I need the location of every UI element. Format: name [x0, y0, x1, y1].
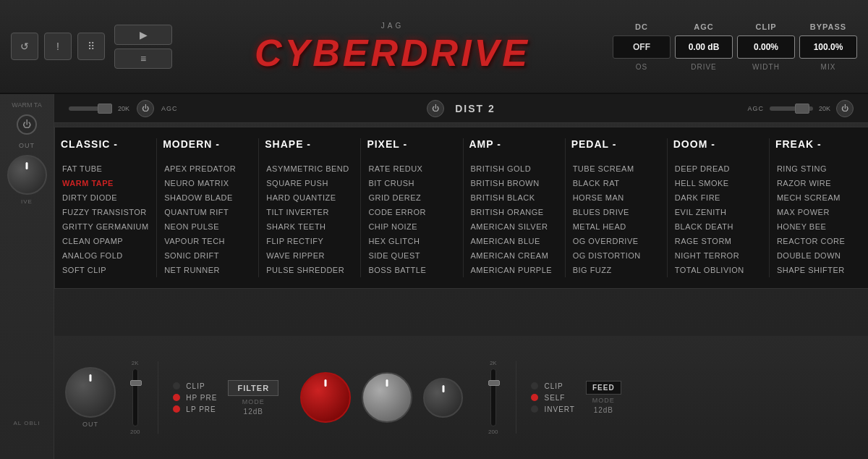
- dist2-power[interactable]: ⏻: [427, 100, 444, 117]
- dropdown-item[interactable]: RAGE STORM: [673, 234, 763, 248]
- logo-area: JAG CYBERDRIVE: [183, 18, 602, 75]
- dropdown-item[interactable]: BRITISH BROWN: [469, 176, 559, 190]
- dropdown-item[interactable]: BLACK DEATH: [673, 219, 763, 234]
- dropdown-item[interactable]: ASYMMETRIC BEND: [265, 161, 354, 176]
- dropdown-item[interactable]: SIDE QUEST: [367, 248, 456, 263]
- dropdown-item[interactable]: PULSE SHREDDER: [265, 263, 354, 277]
- feed-label[interactable]: FEED: [586, 381, 621, 395]
- dropdown-item[interactable]: BIG FUZZ: [571, 263, 661, 277]
- dropdown-item[interactable]: VAPOUR TECH: [163, 234, 252, 248]
- dropdown-item[interactable]: EVIL ZENITH: [673, 205, 763, 219]
- exclamation-button[interactable]: !: [44, 33, 72, 60]
- dropdown-item[interactable]: AMERICAN PURPLE: [469, 263, 559, 277]
- dropdown-item[interactable]: HORSE MAN: [571, 190, 661, 205]
- dropdown-item[interactable]: SQUARE PUSH: [265, 176, 354, 190]
- drive-value[interactable]: 0.00 dB: [675, 35, 733, 59]
- dropdown-item[interactable]: WARM TAPE: [61, 176, 150, 190]
- left-fader[interactable]: [132, 369, 138, 426]
- dropdown-item[interactable]: BIT CRUSH: [367, 176, 456, 190]
- dropdown-item[interactable]: SHADOW BLADE: [163, 190, 252, 205]
- dropdown-column-6: DOOM -DEEP DREADHELL SMOKEDARK FIREEVIL …: [668, 138, 770, 277]
- dropdown-item[interactable]: OG DISTORTION: [571, 248, 661, 263]
- dropdown-item[interactable]: NEURO MATRIX: [163, 176, 252, 190]
- menu-button[interactable]: ≡: [114, 49, 172, 69]
- dropdown-item[interactable]: BRITISH GOLD: [469, 161, 559, 176]
- dropdown-item[interactable]: GRITTY GERMANIUM: [61, 219, 150, 234]
- width-label: WIDTH: [737, 63, 795, 71]
- dropdown-item[interactable]: DARK FIRE: [673, 190, 763, 205]
- dropdown-item[interactable]: AMERICAN SILVER: [469, 219, 559, 234]
- dropdown-item[interactable]: AMERICAN BLUE: [469, 234, 559, 248]
- dropdown-item[interactable]: SONIC DRIFT: [163, 248, 252, 263]
- dropdown-item[interactable]: MAX POWER: [775, 205, 865, 219]
- dropdown-item[interactable]: AMERICAN CREAM: [469, 248, 559, 263]
- center-knob-white[interactable]: [362, 372, 412, 423]
- filter-button[interactable]: FILTER: [228, 380, 278, 396]
- synth-panel-left: WARM TA ⏻ OUT IVE AL OBLI: [0, 94, 54, 459]
- dropdown-item[interactable]: WAVE RIPPER: [265, 248, 354, 263]
- dropdown-item[interactable]: FLIP RECTIFY: [265, 234, 354, 248]
- dist2-title: DIST 2: [455, 103, 495, 114]
- dist-right-power[interactable]: ⏻: [836, 100, 854, 117]
- out-section: OUT: [65, 367, 116, 428]
- out-knob[interactable]: [65, 367, 116, 418]
- dropdown-item[interactable]: BLACK RAT: [571, 176, 661, 190]
- dropdown-item[interactable]: CODE ERROR: [367, 205, 456, 219]
- dropdown-item[interactable]: SHAPE SHIFTER: [775, 263, 865, 277]
- knob-left[interactable]: [7, 155, 47, 195]
- dropdown-item[interactable]: CLEAN OPAMP: [61, 234, 150, 248]
- dropdown-item[interactable]: NET RUNNER: [163, 263, 252, 277]
- dropdown-item[interactable]: SOFT CLIP: [61, 263, 150, 277]
- center-knob-red[interactable]: [300, 372, 351, 423]
- dropdown-item[interactable]: ANALOG FOLD: [61, 248, 150, 263]
- dropdown-item[interactable]: FAT TUBE: [61, 161, 150, 176]
- dropdown-item[interactable]: DOUBLE DOWN: [775, 248, 865, 263]
- right-fader[interactable]: [490, 369, 496, 426]
- dropdown-item[interactable]: BOSS BATTLE: [367, 263, 456, 277]
- dropdown-item[interactable]: HONEY BEE: [775, 219, 865, 234]
- dropdown-item[interactable]: QUANTUM RIFT: [163, 205, 252, 219]
- dropdown-item[interactable]: SHARK TEETH: [265, 219, 354, 234]
- dropdown-item[interactable]: TILT INVERTER: [265, 205, 354, 219]
- dropdown-item[interactable]: DEEP DREAD: [673, 161, 763, 176]
- dropdown-item[interactable]: BRITISH BLACK: [469, 190, 559, 205]
- dropdown-item[interactable]: NEON PULSE: [163, 219, 252, 234]
- dropdown-item[interactable]: FUZZY TRANSISTOR: [61, 205, 150, 219]
- dropdown-item[interactable]: RING STING: [775, 161, 865, 176]
- dropdown-item[interactable]: RAZOR WIRE: [775, 176, 865, 190]
- col-header-0: CLASSIC -: [61, 138, 150, 153]
- dropdown-item[interactable]: HARD QUANTIZE: [265, 190, 354, 205]
- dropdown-item[interactable]: HELL SMOKE: [673, 176, 763, 190]
- center-knob-dark[interactable]: [423, 378, 463, 418]
- reset-button[interactable]: ↺: [11, 33, 38, 60]
- mix-value[interactable]: 100.0%: [799, 35, 857, 59]
- dropdown-item[interactable]: TOTAL OBLIVION: [673, 263, 763, 277]
- lp-pre-dot: [173, 405, 180, 413]
- os-value[interactable]: OFF: [613, 35, 671, 59]
- dropdown-item[interactable]: BLUES DRIVE: [571, 205, 661, 219]
- dropdown-item[interactable]: NIGHT TERROR: [673, 248, 763, 263]
- dropdown-item[interactable]: REACTOR CORE: [775, 234, 865, 248]
- divider1: [158, 361, 158, 434]
- dropdown-item[interactable]: CHIP NOIZE: [367, 219, 456, 234]
- dropdown-item[interactable]: METAL HEAD: [571, 219, 661, 234]
- power-icon: ⏻: [22, 119, 31, 130]
- dropdown-item[interactable]: TUBE SCREAM: [571, 161, 661, 176]
- dropdown-item[interactable]: APEX PREDATOR: [163, 161, 252, 176]
- clip-right-text: CLIP: [544, 382, 563, 390]
- logo-sub: JAG: [381, 22, 404, 30]
- dropdown-item[interactable]: DIRTY DIODE: [61, 190, 150, 205]
- dropdown-item[interactable]: GRID DEREZ: [367, 190, 456, 205]
- dropdown-item[interactable]: MECH SCREAM: [775, 190, 865, 205]
- play-button[interactable]: ▶: [114, 25, 172, 45]
- width-value[interactable]: 0.00%: [737, 35, 795, 59]
- dropdown-item[interactable]: BRITISH ORANGE: [469, 205, 559, 219]
- grid-button[interactable]: ⠿: [77, 33, 105, 60]
- dropdown-item[interactable]: OG OVERDRIVE: [571, 234, 661, 248]
- agc-top-label: AGC: [675, 22, 733, 31]
- dist1-power[interactable]: ⏻: [137, 100, 154, 117]
- dropdown-item[interactable]: HEX GLITCH: [367, 234, 456, 248]
- dropdown-item[interactable]: RATE REDUX: [367, 161, 456, 176]
- hp-pre-dot: [173, 394, 180, 401]
- power-button-left[interactable]: ⏻: [17, 114, 37, 135]
